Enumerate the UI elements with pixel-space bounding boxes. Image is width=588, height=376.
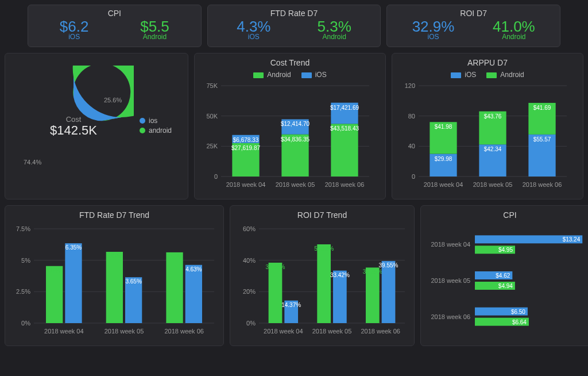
svg-text:2.5%: 2.5% xyxy=(16,288,30,295)
svg-text:75K: 75K xyxy=(206,82,218,89)
svg-text:$6,678.33: $6,678.33 xyxy=(233,137,259,143)
svg-text:$13.24: $13.24 xyxy=(563,236,581,243)
svg-text:2018 week 04: 2018 week 04 xyxy=(424,181,463,188)
svg-text:33.42%: 33.42% xyxy=(330,272,350,278)
svg-text:120: 120 xyxy=(405,82,415,89)
svg-text:2018 week 04: 2018 week 04 xyxy=(44,328,84,335)
svg-text:$34,836.35: $34,836.35 xyxy=(281,136,310,143)
svg-text:2018 week 05: 2018 week 05 xyxy=(473,181,513,188)
kpi-ios: $6.2 iOS xyxy=(34,19,114,41)
chart-title: CPI xyxy=(427,210,588,220)
svg-text:20%: 20% xyxy=(243,288,256,295)
svg-text:2018 week 06: 2018 week 06 xyxy=(523,181,562,188)
kpi-card-ftd: FTD Rate D7 4.3%iOS 5.3%Android xyxy=(207,5,381,47)
donut-chart: Cost $142.5K 25.6% 74.4% xyxy=(13,66,134,186)
svg-text:25.6%: 25.6% xyxy=(104,97,122,103)
svg-text:0: 0 xyxy=(412,173,415,180)
svg-text:2018 week 05: 2018 week 05 xyxy=(276,181,315,188)
kpi-title: ROI D7 xyxy=(393,9,554,18)
cpi-bar-chart: 2018 week 04$13.24$4.952018 week 05$4.62… xyxy=(427,223,588,338)
svg-text:$29.98: $29.98 xyxy=(435,156,452,162)
svg-rect-81 xyxy=(269,263,283,323)
kpi-android: $5.5 Android xyxy=(114,19,195,41)
svg-text:3.65%: 3.65% xyxy=(125,278,141,285)
legend-dot-android xyxy=(140,128,145,133)
svg-text:60%: 60% xyxy=(243,225,256,232)
svg-text:2018 week 06: 2018 week 06 xyxy=(164,328,204,335)
svg-rect-58 xyxy=(46,266,63,323)
kpi-title: FTD Rate D7 xyxy=(214,9,375,18)
svg-rect-93 xyxy=(382,261,396,323)
arppu-chart: 04080120$29.98$41.982018 week 04$42.34$4… xyxy=(398,82,570,191)
svg-text:$43,518.43: $43,518.43 xyxy=(330,125,359,132)
svg-rect-88 xyxy=(333,271,347,323)
svg-text:$41.98: $41.98 xyxy=(435,124,452,130)
row-bottom: FTD Rate D7 Trend 0%2.5%5%7.5%4.54%6.35%… xyxy=(5,205,583,346)
kpi-card-roi: ROI D7 32.9%iOS 41.0%Android xyxy=(386,5,560,47)
svg-text:Cost: Cost xyxy=(66,115,82,124)
svg-text:2018 week 05: 2018 week 05 xyxy=(312,328,352,335)
svg-text:74.4%: 74.4% xyxy=(24,159,41,166)
roi-trend-panel: ROI D7 Trend 0%20%40%60%38.45%14.37%2018… xyxy=(230,205,415,346)
svg-text:2018 week 06: 2018 week 06 xyxy=(325,181,365,188)
svg-text:39.55%: 39.55% xyxy=(379,262,399,268)
cost-trend-panel: Cost Trend Android iOS 025K50K75K$27,619… xyxy=(194,53,386,199)
svg-text:2018 week 04: 2018 week 04 xyxy=(264,328,303,335)
svg-text:2018 week 05: 2018 week 05 xyxy=(105,328,144,335)
cpi-bar-panel: CPI 2018 week 04$13.24$4.952018 week 05$… xyxy=(420,205,588,346)
svg-text:4.54%: 4.54% xyxy=(47,267,63,274)
svg-text:25K: 25K xyxy=(206,143,218,149)
svg-text:5%: 5% xyxy=(21,257,30,264)
svg-text:14.37%: 14.37% xyxy=(281,302,301,308)
svg-text:$42.34: $42.34 xyxy=(484,146,502,152)
chart-legend: iOS Android xyxy=(398,71,577,79)
svg-text:$4.94: $4.94 xyxy=(498,283,513,289)
svg-text:$55.57: $55.57 xyxy=(533,136,551,143)
svg-text:5.67%: 5.67% xyxy=(106,253,122,259)
svg-text:35.35%: 35.35% xyxy=(363,268,382,275)
svg-rect-60 xyxy=(65,243,82,323)
svg-text:$12,414.70: $12,414.70 xyxy=(281,121,310,127)
arppu-panel: ARPPU D7 iOS Android 04080120$29.98$41.9… xyxy=(392,53,583,199)
svg-text:2018 week 06: 2018 week 06 xyxy=(431,313,471,320)
row-middle: Cost $142.5K 25.6% 74.4% ios android Cos… xyxy=(5,53,583,199)
svg-text:0: 0 xyxy=(214,173,218,180)
chart-title: Cost Trend xyxy=(200,58,380,67)
roi-trend-chart: 0%20%40%60%38.45%14.37%2018 week 0450.12… xyxy=(236,223,408,338)
svg-text:2018 week 06: 2018 week 06 xyxy=(361,328,400,335)
chart-legend: Android iOS xyxy=(200,71,380,79)
svg-text:38.45%: 38.45% xyxy=(266,264,285,270)
ftd-trend-panel: FTD Rate D7 Trend 0%2.5%5%7.5%4.54%6.35%… xyxy=(5,205,224,346)
donut-chart-panel: Cost $142.5K 25.6% 74.4% ios android xyxy=(5,53,188,199)
kpi-title: CPI xyxy=(34,9,195,18)
chart-title: FTD Rate D7 Trend xyxy=(11,210,218,220)
cost-trend-chart: 025K50K75K$27,619.87$6,678.332018 week 0… xyxy=(200,82,373,191)
svg-text:2018 week 04: 2018 week 04 xyxy=(226,181,266,188)
svg-text:$6.64: $6.64 xyxy=(512,319,527,325)
svg-text:5.63%: 5.63% xyxy=(167,254,183,260)
svg-text:40: 40 xyxy=(408,143,415,149)
svg-text:0%: 0% xyxy=(21,320,30,327)
kpi-row: CPI $6.2 iOS $5.5 Android FTD Rate D7 4.… xyxy=(5,5,583,47)
svg-text:$17,421.69: $17,421.69 xyxy=(330,105,359,111)
ftd-trend-chart: 0%2.5%5%7.5%4.54%6.35%2018 week 045.67%3… xyxy=(11,223,218,338)
svg-rect-86 xyxy=(317,244,331,323)
svg-text:$27,619.87: $27,619.87 xyxy=(231,145,260,151)
svg-text:$4.95: $4.95 xyxy=(498,247,513,253)
svg-text:2018 week 04: 2018 week 04 xyxy=(431,241,471,248)
svg-text:$43.76: $43.76 xyxy=(484,113,502,120)
svg-text:6.35%: 6.35% xyxy=(65,244,82,251)
chart-title: ARPPU D7 xyxy=(398,58,577,67)
svg-rect-91 xyxy=(366,267,380,323)
chart-title: ROI D7 Trend xyxy=(236,210,408,220)
svg-text:$4.62: $4.62 xyxy=(496,273,510,279)
svg-text:80: 80 xyxy=(408,113,415,120)
svg-text:$142.5K: $142.5K xyxy=(50,123,97,137)
legend-dot-ios xyxy=(140,118,145,124)
svg-text:40%: 40% xyxy=(243,257,256,264)
svg-text:$41.69: $41.69 xyxy=(533,105,551,111)
svg-text:4.63%: 4.63% xyxy=(185,266,202,273)
svg-text:2018 week 05: 2018 week 05 xyxy=(431,277,471,284)
svg-text:7.5%: 7.5% xyxy=(16,225,30,232)
svg-rect-63 xyxy=(106,252,123,323)
